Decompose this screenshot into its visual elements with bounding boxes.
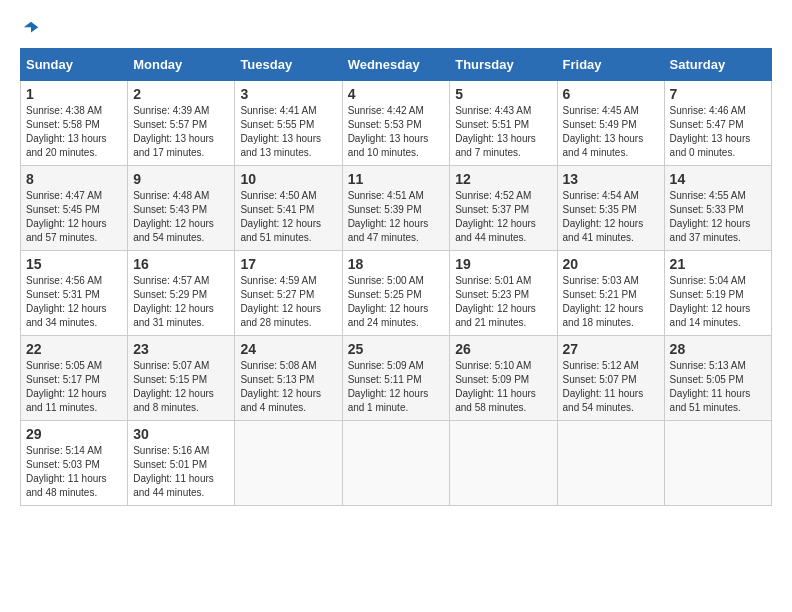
day-info: Sunrise: 4:38 AMSunset: 5:58 PMDaylight:… [26, 105, 107, 158]
calendar-day-cell: 29 Sunrise: 5:14 AMSunset: 5:03 PMDaylig… [21, 421, 128, 506]
calendar-day-cell: 16 Sunrise: 4:57 AMSunset: 5:29 PMDaylig… [128, 251, 235, 336]
weekday-header: Saturday [664, 49, 771, 81]
day-info: Sunrise: 4:52 AMSunset: 5:37 PMDaylight:… [455, 190, 536, 243]
calendar-day-cell: 25 Sunrise: 5:09 AMSunset: 5:11 PMDaylig… [342, 336, 450, 421]
day-info: Sunrise: 5:01 AMSunset: 5:23 PMDaylight:… [455, 275, 536, 328]
day-number: 24 [240, 341, 336, 357]
day-number: 25 [348, 341, 445, 357]
header-row: SundayMondayTuesdayWednesdayThursdayFrid… [21, 49, 772, 81]
weekday-header: Wednesday [342, 49, 450, 81]
day-number: 17 [240, 256, 336, 272]
calendar-day-cell [450, 421, 557, 506]
calendar-day-cell: 2 Sunrise: 4:39 AMSunset: 5:57 PMDayligh… [128, 81, 235, 166]
logo-flag-icon [22, 20, 40, 38]
day-number: 9 [133, 171, 229, 187]
day-number: 21 [670, 256, 766, 272]
day-info: Sunrise: 5:07 AMSunset: 5:15 PMDaylight:… [133, 360, 214, 413]
calendar-day-cell: 19 Sunrise: 5:01 AMSunset: 5:23 PMDaylig… [450, 251, 557, 336]
day-info: Sunrise: 5:04 AMSunset: 5:19 PMDaylight:… [670, 275, 751, 328]
weekday-header: Thursday [450, 49, 557, 81]
day-number: 10 [240, 171, 336, 187]
day-number: 1 [26, 86, 122, 102]
calendar-day-cell: 5 Sunrise: 4:43 AMSunset: 5:51 PMDayligh… [450, 81, 557, 166]
calendar-day-cell: 20 Sunrise: 5:03 AMSunset: 5:21 PMDaylig… [557, 251, 664, 336]
calendar-day-cell: 1 Sunrise: 4:38 AMSunset: 5:58 PMDayligh… [21, 81, 128, 166]
day-info: Sunrise: 5:13 AMSunset: 5:05 PMDaylight:… [670, 360, 751, 413]
calendar-table: SundayMondayTuesdayWednesdayThursdayFrid… [20, 48, 772, 506]
day-number: 3 [240, 86, 336, 102]
day-number: 5 [455, 86, 551, 102]
weekday-header: Sunday [21, 49, 128, 81]
calendar-day-cell [557, 421, 664, 506]
calendar-day-cell: 28 Sunrise: 5:13 AMSunset: 5:05 PMDaylig… [664, 336, 771, 421]
calendar-day-cell: 10 Sunrise: 4:50 AMSunset: 5:41 PMDaylig… [235, 166, 342, 251]
day-info: Sunrise: 5:00 AMSunset: 5:25 PMDaylight:… [348, 275, 429, 328]
calendar-day-cell: 8 Sunrise: 4:47 AMSunset: 5:45 PMDayligh… [21, 166, 128, 251]
calendar-day-cell: 11 Sunrise: 4:51 AMSunset: 5:39 PMDaylig… [342, 166, 450, 251]
calendar-day-cell: 14 Sunrise: 4:55 AMSunset: 5:33 PMDaylig… [664, 166, 771, 251]
day-info: Sunrise: 5:05 AMSunset: 5:17 PMDaylight:… [26, 360, 107, 413]
calendar-day-cell: 21 Sunrise: 5:04 AMSunset: 5:19 PMDaylig… [664, 251, 771, 336]
day-info: Sunrise: 4:55 AMSunset: 5:33 PMDaylight:… [670, 190, 751, 243]
calendar-body: 1 Sunrise: 4:38 AMSunset: 5:58 PMDayligh… [21, 81, 772, 506]
day-number: 18 [348, 256, 445, 272]
day-number: 27 [563, 341, 659, 357]
svg-marker-0 [24, 22, 38, 33]
day-number: 30 [133, 426, 229, 442]
calendar-week-row: 8 Sunrise: 4:47 AMSunset: 5:45 PMDayligh… [21, 166, 772, 251]
day-info: Sunrise: 4:51 AMSunset: 5:39 PMDaylight:… [348, 190, 429, 243]
day-info: Sunrise: 4:43 AMSunset: 5:51 PMDaylight:… [455, 105, 536, 158]
day-number: 2 [133, 86, 229, 102]
calendar-day-cell [235, 421, 342, 506]
day-number: 29 [26, 426, 122, 442]
day-number: 4 [348, 86, 445, 102]
day-info: Sunrise: 4:39 AMSunset: 5:57 PMDaylight:… [133, 105, 214, 158]
calendar-week-row: 29 Sunrise: 5:14 AMSunset: 5:03 PMDaylig… [21, 421, 772, 506]
day-info: Sunrise: 5:03 AMSunset: 5:21 PMDaylight:… [563, 275, 644, 328]
day-info: Sunrise: 4:45 AMSunset: 5:49 PMDaylight:… [563, 105, 644, 158]
day-number: 12 [455, 171, 551, 187]
calendar-day-cell: 12 Sunrise: 4:52 AMSunset: 5:37 PMDaylig… [450, 166, 557, 251]
calendar-week-row: 15 Sunrise: 4:56 AMSunset: 5:31 PMDaylig… [21, 251, 772, 336]
day-number: 26 [455, 341, 551, 357]
calendar-day-cell: 23 Sunrise: 5:07 AMSunset: 5:15 PMDaylig… [128, 336, 235, 421]
calendar-day-cell: 27 Sunrise: 5:12 AMSunset: 5:07 PMDaylig… [557, 336, 664, 421]
calendar-day-cell [664, 421, 771, 506]
day-number: 16 [133, 256, 229, 272]
calendar-header: SundayMondayTuesdayWednesdayThursdayFrid… [21, 49, 772, 81]
day-info: Sunrise: 4:47 AMSunset: 5:45 PMDaylight:… [26, 190, 107, 243]
logo [20, 20, 40, 38]
calendar-day-cell: 3 Sunrise: 4:41 AMSunset: 5:55 PMDayligh… [235, 81, 342, 166]
day-number: 20 [563, 256, 659, 272]
day-number: 22 [26, 341, 122, 357]
calendar-day-cell: 9 Sunrise: 4:48 AMSunset: 5:43 PMDayligh… [128, 166, 235, 251]
calendar-day-cell: 24 Sunrise: 5:08 AMSunset: 5:13 PMDaylig… [235, 336, 342, 421]
day-info: Sunrise: 5:14 AMSunset: 5:03 PMDaylight:… [26, 445, 107, 498]
day-info: Sunrise: 5:10 AMSunset: 5:09 PMDaylight:… [455, 360, 536, 413]
day-info: Sunrise: 4:42 AMSunset: 5:53 PMDaylight:… [348, 105, 429, 158]
day-number: 14 [670, 171, 766, 187]
calendar-day-cell: 13 Sunrise: 4:54 AMSunset: 5:35 PMDaylig… [557, 166, 664, 251]
calendar-day-cell: 18 Sunrise: 5:00 AMSunset: 5:25 PMDaylig… [342, 251, 450, 336]
day-number: 13 [563, 171, 659, 187]
day-number: 11 [348, 171, 445, 187]
calendar-day-cell: 7 Sunrise: 4:46 AMSunset: 5:47 PMDayligh… [664, 81, 771, 166]
day-info: Sunrise: 5:09 AMSunset: 5:11 PMDaylight:… [348, 360, 429, 413]
day-info: Sunrise: 4:54 AMSunset: 5:35 PMDaylight:… [563, 190, 644, 243]
day-number: 19 [455, 256, 551, 272]
day-number: 8 [26, 171, 122, 187]
day-info: Sunrise: 4:57 AMSunset: 5:29 PMDaylight:… [133, 275, 214, 328]
calendar-day-cell: 17 Sunrise: 4:59 AMSunset: 5:27 PMDaylig… [235, 251, 342, 336]
weekday-header: Friday [557, 49, 664, 81]
calendar-day-cell: 26 Sunrise: 5:10 AMSunset: 5:09 PMDaylig… [450, 336, 557, 421]
day-info: Sunrise: 5:08 AMSunset: 5:13 PMDaylight:… [240, 360, 321, 413]
day-number: 28 [670, 341, 766, 357]
day-info: Sunrise: 4:56 AMSunset: 5:31 PMDaylight:… [26, 275, 107, 328]
day-info: Sunrise: 4:50 AMSunset: 5:41 PMDaylight:… [240, 190, 321, 243]
weekday-header: Tuesday [235, 49, 342, 81]
calendar-week-row: 1 Sunrise: 4:38 AMSunset: 5:58 PMDayligh… [21, 81, 772, 166]
day-number: 6 [563, 86, 659, 102]
day-number: 7 [670, 86, 766, 102]
day-info: Sunrise: 4:48 AMSunset: 5:43 PMDaylight:… [133, 190, 214, 243]
day-info: Sunrise: 4:59 AMSunset: 5:27 PMDaylight:… [240, 275, 321, 328]
